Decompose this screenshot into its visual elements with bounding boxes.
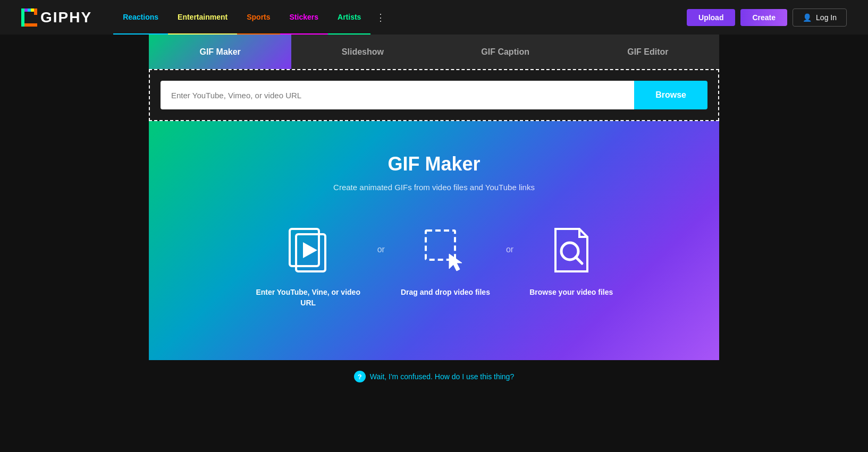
tab-slideshow[interactable]: Slideshow	[291, 35, 434, 69]
svg-rect-2	[28, 8, 31, 12]
main-content: GIF Maker Create animated GIFs from vide…	[149, 121, 719, 360]
create-button[interactable]: Create	[740, 9, 787, 26]
logo[interactable]: GIPHY	[21, 8, 92, 27]
url-bar: Browse	[161, 81, 707, 109]
svg-rect-1	[24, 8, 28, 12]
option-drag-label: Drag and drop video files	[401, 287, 490, 298]
video-url-icon	[282, 224, 335, 277]
svg-marker-9	[303, 242, 317, 258]
option-browse: Browse your video files	[529, 224, 613, 298]
option-drag: Drag and drop video files	[401, 224, 490, 298]
tab-gif-editor[interactable]: GIF Editor	[577, 35, 719, 69]
svg-rect-6	[34, 23, 37, 27]
user-icon: 👤	[803, 13, 812, 22]
or-text-2: or	[506, 245, 513, 254]
tab-gif-caption[interactable]: GIF Caption	[434, 35, 577, 69]
drag-drop-icon	[419, 224, 472, 277]
header: GIPHY Reactions Entertainment Sports Sti…	[0, 0, 868, 35]
tab-bar: GIF Maker Slideshow GIF Caption GIF Edit…	[149, 35, 719, 69]
logo-text: GIPHY	[40, 9, 92, 26]
url-input[interactable]	[161, 81, 634, 109]
help-bar: ? Wait, I'm confused. How do I use this …	[0, 360, 868, 393]
option-browse-label: Browse your video files	[529, 287, 613, 298]
page-title: GIF Maker	[387, 153, 480, 175]
options-row: Enter YouTube, Vine, or video URL or Dra…	[170, 224, 698, 308]
option-url: Enter YouTube, Vine, or video URL	[255, 224, 361, 308]
nav-item-entertainment[interactable]: Entertainment	[168, 0, 237, 35]
nav-item-artists[interactable]: Artists	[328, 0, 370, 35]
tab-gif-maker[interactable]: GIF Maker	[149, 35, 291, 69]
page-subtitle: Create animated GIFs from video files an…	[333, 183, 535, 192]
svg-rect-0	[21, 8, 24, 27]
main-nav: Reactions Entertainment Sports Stickers …	[113, 0, 676, 35]
help-text[interactable]: Wait, I'm confused. How do I use this th…	[370, 372, 514, 381]
help-icon: ?	[354, 371, 366, 382]
option-url-label: Enter YouTube, Vine, or video URL	[255, 287, 361, 308]
svg-rect-3	[31, 8, 34, 12]
browse-button[interactable]: Browse	[634, 81, 707, 109]
login-label: Log In	[816, 13, 837, 22]
nav-more-icon[interactable]: ⋮	[370, 12, 391, 23]
login-button[interactable]: 👤 Log In	[793, 8, 847, 27]
header-actions: Upload Create 👤 Log In	[687, 8, 847, 27]
svg-rect-5	[34, 12, 37, 15]
upload-button[interactable]: Upload	[687, 9, 735, 26]
giphy-logo-icon	[21, 8, 37, 27]
nav-item-sports[interactable]: Sports	[237, 0, 280, 35]
or-text-1: or	[377, 245, 385, 254]
url-section: Browse	[149, 69, 719, 121]
nav-item-stickers[interactable]: Stickers	[280, 0, 328, 35]
nav-item-reactions[interactable]: Reactions	[113, 0, 168, 35]
svg-rect-4	[34, 8, 37, 12]
svg-line-14	[576, 257, 582, 263]
browse-files-icon	[545, 224, 598, 277]
svg-rect-7	[24, 23, 34, 27]
